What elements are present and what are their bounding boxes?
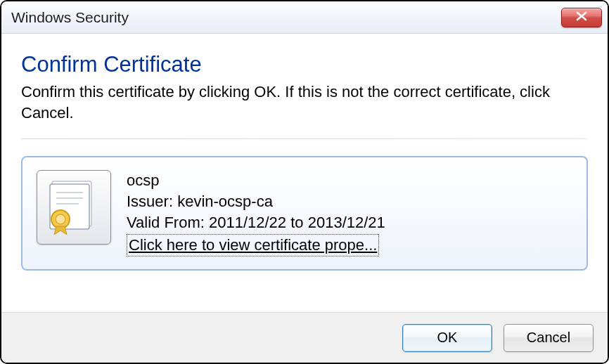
title-bar: Windows Security (1, 1, 608, 34)
certificate-details: ocsp Issuer: kevin-ocsp-ca Valid From: 2… (127, 170, 385, 256)
certificate-validity: Valid From: 2011/12/22 to 2013/12/21 (127, 212, 385, 233)
dialog-content: Confirm Certificate Confirm this certifi… (1, 34, 608, 271)
close-icon (575, 11, 588, 24)
valid-label: Valid From: (127, 214, 205, 231)
cancel-button[interactable]: Cancel (504, 324, 594, 352)
divider (21, 138, 588, 139)
certificate-issuer: Issuer: kevin-ocsp-ca (127, 191, 385, 212)
close-button[interactable] (561, 8, 602, 27)
certificate-card[interactable]: ocsp Issuer: kevin-ocsp-ca Valid From: 2… (21, 156, 588, 271)
windows-security-dialog: Windows Security Confirm Certificate Con… (0, 0, 609, 364)
certificate-icon-frame (37, 170, 111, 245)
valid-sep: to (290, 214, 303, 231)
dialog-instruction: Confirm this certificate by clicking OK.… (21, 82, 588, 123)
dialog-heading: Confirm Certificate (21, 52, 588, 77)
svg-point-6 (56, 214, 65, 224)
dialog-footer: OK Cancel (1, 312, 608, 363)
window-title: Windows Security (11, 9, 129, 26)
valid-to: 2013/12/21 (308, 214, 385, 231)
valid-from: 2011/12/22 (209, 214, 286, 231)
certificate-name: ocsp (127, 170, 385, 191)
ok-button[interactable]: OK (402, 324, 492, 352)
issuer-label: Issuer: (127, 193, 173, 210)
certificate-icon (44, 176, 104, 239)
issuer-value: kevin-ocsp-ca (177, 193, 273, 210)
view-certificate-link[interactable]: Click here to view certificate prope... (127, 234, 379, 256)
